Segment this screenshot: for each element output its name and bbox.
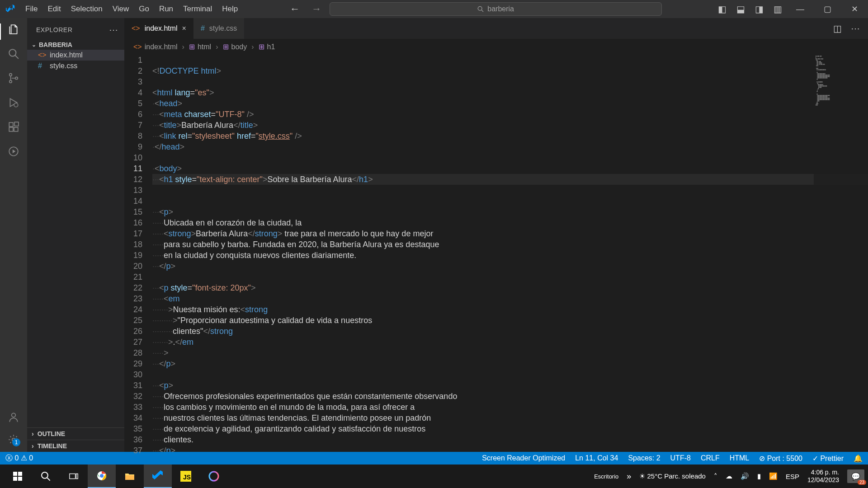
nav-arrows: ← →	[290, 3, 321, 15]
svg-rect-22	[76, 474, 78, 479]
activity-run-debug-icon[interactable]	[8, 97, 19, 108]
status-port[interactable]: ⊘ Port : 5500	[759, 454, 802, 463]
svg-point-2	[9, 49, 16, 56]
svg-line-1	[481, 10, 483, 12]
chevron-right-icon: ›	[182, 43, 184, 51]
css-file-icon: #	[38, 62, 45, 70]
taskbar-js-icon[interactable]: JS	[172, 465, 200, 488]
command-center[interactable]: barberia	[330, 2, 662, 16]
code-content[interactable]: <!DOCTYPE html> <html lang="es"> ·<head>…	[152, 55, 868, 452]
crumb-file[interactable]: <> index.html	[133, 43, 178, 51]
breadcrumb: <> index.html › ⊞ html › ⊞ body › ⊞ h1	[124, 39, 868, 55]
svg-point-19	[42, 472, 48, 479]
menu-file[interactable]: File	[20, 5, 42, 14]
editor-group: <> index.html × # style.css ◫ ⋯ <> index…	[124, 18, 868, 452]
status-position[interactable]: Ln 11, Col 34	[575, 454, 618, 462]
nav-back-icon[interactable]: ←	[290, 3, 300, 15]
activity-liveserver-icon[interactable]	[8, 145, 19, 157]
activity-extensions-icon[interactable]	[8, 121, 19, 133]
tab-more-icon[interactable]: ⋯	[851, 23, 860, 34]
explorer-sidebar: EXPLORER ⋯ ⌄ BARBERIA <> index.html # st…	[27, 18, 124, 452]
menu-view[interactable]: View	[108, 5, 134, 14]
tray-chevron-up-icon[interactable]: ˄	[714, 472, 717, 480]
minimize-icon[interactable]: —	[787, 4, 814, 14]
vscode-logo-icon	[0, 5, 20, 14]
folder-header[interactable]: ⌄ BARBERIA	[27, 40, 124, 50]
taskbar-desktop-label[interactable]: Escritorio	[594, 473, 618, 480]
layout-grid-icon[interactable]: ▥	[774, 4, 782, 14]
tab-index-html[interactable]: <> index.html ×	[124, 18, 193, 39]
close-icon[interactable]: ✕	[841, 4, 868, 14]
menu-bar: File Edit Selection View Go Run Terminal…	[20, 5, 243, 14]
tray-volume-icon[interactable]: 🔊	[741, 472, 749, 480]
status-language[interactable]: HTML	[730, 454, 750, 462]
code-area[interactable]: 1234567891011121314151617181920212223242…	[124, 55, 868, 452]
windows-taskbar: JS Escritorio » ☀ 25°C Parc. soleado ˄ ☁…	[0, 465, 868, 488]
activity-bar: 1	[0, 18, 27, 452]
activity-source-control-icon[interactable]	[8, 72, 19, 84]
activity-search-icon[interactable]	[8, 48, 19, 60]
taskbar-search-icon[interactable]	[32, 465, 60, 488]
activity-account-icon[interactable]	[8, 411, 19, 423]
settings-badge: 1	[12, 438, 20, 446]
tray-language[interactable]: ESP	[786, 473, 799, 480]
chevron-right-icon: ›	[32, 430, 34, 437]
symbol-icon: ⊞	[189, 42, 195, 51]
crumb-label: body	[231, 43, 247, 51]
status-bell-icon[interactable]: 🔔	[854, 454, 863, 463]
tray-wifi-icon[interactable]: 📶	[769, 472, 778, 480]
tab-close-icon[interactable]: ×	[182, 24, 186, 33]
taskbar-copilot-icon[interactable]	[200, 465, 228, 488]
status-reader[interactable]: Screen Reader Optimized	[482, 454, 565, 462]
explorer-more-icon[interactable]: ⋯	[109, 24, 118, 35]
minimap[interactable]: ██ ████ ███████ █████ ████ ███ ███ ████ …	[814, 55, 868, 452]
menu-edit[interactable]: Edit	[42, 5, 66, 14]
panel-bottom-icon[interactable]: ⬓	[736, 4, 745, 14]
panel-left-icon[interactable]: ◧	[718, 4, 726, 14]
activity-settings-icon[interactable]: 1	[8, 434, 19, 446]
tray-battery-icon[interactable]: ▮	[757, 472, 761, 480]
maximize-icon[interactable]: ▢	[814, 4, 841, 14]
taskbar-chrome-icon[interactable]	[88, 465, 116, 488]
chevron-right-icon: ›	[216, 43, 218, 51]
menu-run[interactable]: Run	[154, 5, 178, 14]
svg-point-5	[9, 80, 12, 83]
chevron-right-icon: ›	[32, 442, 34, 450]
status-spaces[interactable]: Spaces: 2	[628, 454, 660, 462]
split-editor-icon[interactable]: ◫	[833, 23, 842, 34]
panel-right-icon[interactable]: ◨	[755, 4, 764, 14]
status-errors[interactable]: ⓧ 0 ⚠ 0	[5, 454, 33, 463]
status-prettier[interactable]: ✓ Prettier	[812, 454, 844, 463]
taskbar-chevrons-icon[interactable]: »	[627, 472, 631, 481]
taskbar-vscode-icon[interactable]	[144, 465, 172, 488]
status-eol[interactable]: CRLF	[701, 454, 720, 462]
menu-terminal[interactable]: Terminal	[178, 5, 217, 14]
chevron-right-icon: ›	[251, 43, 254, 51]
menu-go[interactable]: Go	[134, 5, 154, 14]
section-timeline[interactable]: › TIMELINE	[27, 440, 124, 452]
tray-onedrive-icon[interactable]: ☁	[726, 472, 732, 480]
menu-help[interactable]: Help	[217, 5, 243, 14]
crumb-html[interactable]: ⊞ html	[189, 42, 211, 51]
tab-style-css[interactable]: # style.css	[193, 18, 244, 39]
activity-explorer-icon[interactable]	[8, 23, 19, 35]
crumb-body[interactable]: ⊞ body	[223, 42, 247, 51]
file-item-index[interactable]: <> index.html	[27, 50, 124, 61]
taskbar-weather[interactable]: ☀ 25°C Parc. soleado	[639, 472, 706, 480]
task-view-icon[interactable]	[60, 465, 88, 488]
section-timeline-label: TIMELINE	[38, 442, 67, 450]
action-center-icon[interactable]: 💬23	[847, 469, 864, 483]
status-encoding[interactable]: UTF-8	[670, 454, 691, 462]
start-button-icon[interactable]	[4, 465, 32, 488]
taskbar-explorer-icon[interactable]	[116, 465, 144, 488]
file-item-style[interactable]: # style.css	[27, 61, 124, 71]
svg-point-4	[9, 74, 12, 76]
crumb-h1[interactable]: ⊞ h1	[259, 42, 275, 51]
folder-name: BARBERIA	[39, 41, 72, 48]
taskbar-clock[interactable]: 4:06 p. m. 12/04/2023	[807, 469, 839, 484]
svg-rect-11	[14, 122, 19, 126]
menu-selection[interactable]: Selection	[66, 5, 108, 14]
svg-point-6	[15, 77, 18, 79]
nav-forward-icon[interactable]: →	[311, 3, 321, 15]
section-outline[interactable]: › OUTLINE	[27, 427, 124, 440]
